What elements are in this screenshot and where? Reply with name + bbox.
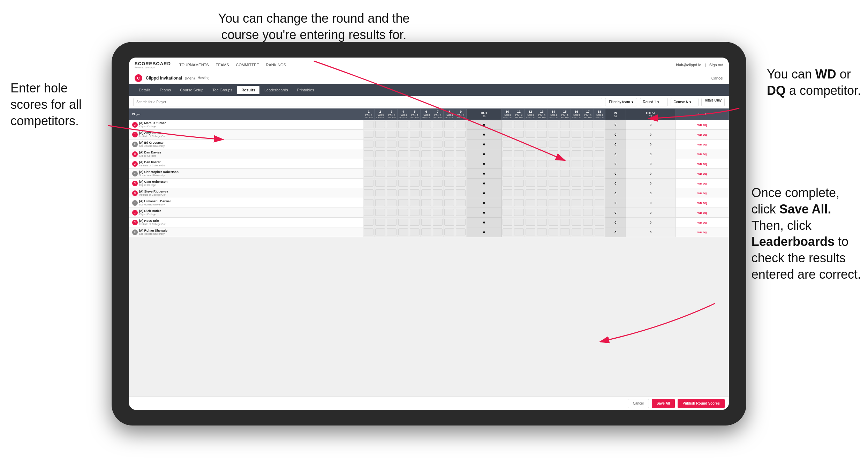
hole-17-score[interactable] xyxy=(582,169,594,179)
hole-16-score[interactable] xyxy=(571,140,582,149)
hole-6-score[interactable] xyxy=(421,188,432,198)
hole-6-score[interactable] xyxy=(421,179,432,188)
hole-14-score[interactable] xyxy=(548,208,559,218)
nav-link-tournaments[interactable]: TOURNAMENTS xyxy=(179,63,209,67)
hole-5-score[interactable] xyxy=(409,120,421,130)
hole-13-score[interactable] xyxy=(536,198,548,208)
hole-2-score[interactable] xyxy=(375,208,386,218)
hole-15-score[interactable] xyxy=(559,208,571,218)
totals-only-button[interactable]: Totals Only xyxy=(701,98,725,106)
nav-link-teams[interactable]: TEAMS xyxy=(216,63,229,67)
hole-5-score[interactable] xyxy=(409,159,421,169)
hole-7-score[interactable] xyxy=(432,159,444,169)
hole-18-score[interactable] xyxy=(594,140,605,149)
save-all-button[interactable]: Save All xyxy=(652,399,675,408)
wd-button[interactable]: WD xyxy=(697,221,702,224)
tab-leaderboards[interactable]: Leaderboards xyxy=(260,86,292,94)
hole-8-score[interactable] xyxy=(444,159,455,169)
hole-4-score[interactable] xyxy=(398,140,409,149)
hole-7-score[interactable] xyxy=(432,149,444,159)
hole-12-score[interactable] xyxy=(524,208,536,218)
dq-button[interactable]: DQ xyxy=(703,231,707,234)
tournament-cancel-button[interactable]: Cancel xyxy=(711,76,723,80)
hole-14-score[interactable] xyxy=(548,188,559,198)
hole-6-score[interactable] xyxy=(421,169,432,179)
hole-18-score[interactable] xyxy=(594,159,605,169)
hole-2-score[interactable] xyxy=(375,140,386,149)
hole-12-score[interactable] xyxy=(524,198,536,208)
hole-15-score[interactable] xyxy=(559,149,571,159)
wd-button[interactable]: WD xyxy=(697,211,702,214)
hole-7-score[interactable] xyxy=(432,140,444,149)
hole-11-score[interactable] xyxy=(513,130,524,140)
hole-16-score[interactable] xyxy=(571,208,582,218)
hole-12-score[interactable] xyxy=(524,227,536,237)
hole-2-score[interactable] xyxy=(375,130,386,140)
hole-8-score[interactable] xyxy=(444,179,455,188)
hole-12-score[interactable] xyxy=(524,159,536,169)
hole-5-score[interactable] xyxy=(409,227,421,237)
hole-9-score[interactable] xyxy=(455,140,467,149)
hole-8-score[interactable] xyxy=(444,169,455,179)
nav-link-committee[interactable]: COMMITTEE xyxy=(236,63,259,67)
hole-1-score[interactable] xyxy=(363,179,375,188)
hole-3-score[interactable] xyxy=(386,120,398,130)
hole-12-score[interactable] xyxy=(524,120,536,130)
hole-13-score[interactable] xyxy=(536,120,548,130)
hole-11-score[interactable] xyxy=(513,169,524,179)
hole-7-score[interactable] xyxy=(432,179,444,188)
hole-15-score[interactable] xyxy=(559,140,571,149)
wd-button[interactable]: WD xyxy=(697,163,702,166)
dq-button[interactable]: DQ xyxy=(703,143,707,146)
hole-15-score[interactable] xyxy=(559,218,571,227)
hole-12-score[interactable] xyxy=(524,179,536,188)
round-selector[interactable]: Round 1 ▾ xyxy=(640,98,668,106)
hole-8-score[interactable] xyxy=(444,198,455,208)
hole-14-score[interactable] xyxy=(548,159,559,169)
hole-3-score[interactable] xyxy=(386,159,398,169)
hole-9-score[interactable] xyxy=(455,227,467,237)
hole-17-score[interactable] xyxy=(582,149,594,159)
hole-16-score[interactable] xyxy=(571,218,582,227)
hole-17-score[interactable] xyxy=(582,130,594,140)
hole-10-score[interactable] xyxy=(501,169,513,179)
hole-18-score[interactable] xyxy=(594,198,605,208)
hole-13-score[interactable] xyxy=(536,169,548,179)
hole-9-score[interactable] xyxy=(455,218,467,227)
hole-9-score[interactable] xyxy=(455,120,467,130)
hole-15-score[interactable] xyxy=(559,227,571,237)
hole-10-score[interactable] xyxy=(501,179,513,188)
hole-4-score[interactable] xyxy=(398,169,409,179)
hole-1-score[interactable] xyxy=(363,159,375,169)
hole-1-score[interactable] xyxy=(363,208,375,218)
hole-18-score[interactable] xyxy=(594,120,605,130)
dq-button[interactable]: DQ xyxy=(703,153,707,156)
hole-1-score[interactable] xyxy=(363,149,375,159)
hole-6-score[interactable] xyxy=(421,120,432,130)
hole-12-score[interactable] xyxy=(524,188,536,198)
hole-15-score[interactable] xyxy=(559,159,571,169)
hole-13-score[interactable] xyxy=(536,130,548,140)
tab-course-setup[interactable]: Course Setup xyxy=(176,86,207,94)
hole-2-score[interactable] xyxy=(375,188,386,198)
hole-5-score[interactable] xyxy=(409,179,421,188)
hole-3-score[interactable] xyxy=(386,218,398,227)
hole-17-score[interactable] xyxy=(582,218,594,227)
hole-9-score[interactable] xyxy=(455,130,467,140)
hole-7-score[interactable] xyxy=(432,169,444,179)
hole-6-score[interactable] xyxy=(421,227,432,237)
hole-18-score[interactable] xyxy=(594,208,605,218)
hole-8-score[interactable] xyxy=(444,188,455,198)
hole-7-score[interactable] xyxy=(432,227,444,237)
hole-13-score[interactable] xyxy=(536,218,548,227)
hole-4-score[interactable] xyxy=(398,227,409,237)
hole-10-score[interactable] xyxy=(501,159,513,169)
hole-5-score[interactable] xyxy=(409,130,421,140)
hole-14-score[interactable] xyxy=(548,218,559,227)
hole-7-score[interactable] xyxy=(432,208,444,218)
hole-10-score[interactable] xyxy=(501,130,513,140)
hole-5-score[interactable] xyxy=(409,218,421,227)
wd-button[interactable]: WD xyxy=(697,143,702,146)
wd-button[interactable]: WD xyxy=(697,133,702,136)
hole-14-score[interactable] xyxy=(548,169,559,179)
